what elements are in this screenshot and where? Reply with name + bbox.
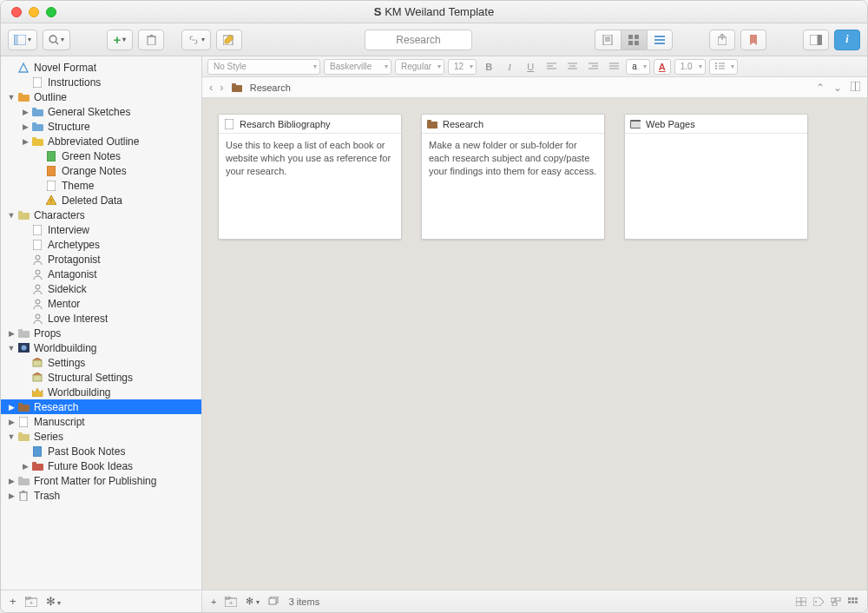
view-button[interactable]: ▾ (8, 30, 37, 50)
align-justify-button[interactable] (605, 59, 622, 75)
binder-row[interactable]: ▶Front Matter for Publishing (1, 473, 201, 488)
gear-menu-button[interactable]: ✻ ▾ (46, 595, 61, 608)
disclosure-triangle-icon[interactable]: ▼ (6, 93, 16, 102)
card-synopsis[interactable]: Make a new folder or sub-folder for each… (422, 134, 604, 239)
inspector-button[interactable] (803, 30, 829, 50)
add-button[interactable]: +▾ (107, 30, 133, 50)
italic-button[interactable]: I (501, 59, 518, 75)
align-left-button[interactable] (542, 59, 560, 75)
binder-row[interactable]: ▶Manuscript (1, 414, 201, 429)
disclosure-triangle-icon[interactable]: ▼ (6, 344, 16, 353)
link-button[interactable]: ▾ (181, 30, 211, 50)
footer-tag-button[interactable] (813, 597, 824, 606)
breadcrumb-location[interactable]: Research (250, 82, 291, 93)
disclosure-triangle-icon[interactable]: ▶ (6, 491, 16, 500)
disclosure-triangle-icon[interactable]: ▶ (20, 108, 30, 116)
split-button[interactable] (851, 82, 860, 94)
doc-icon (16, 416, 30, 428)
disclosure-triangle-icon[interactable]: ▶ (20, 462, 30, 471)
disclosure-triangle-icon[interactable]: ▼ (6, 211, 16, 220)
underline-button[interactable]: U (522, 59, 539, 75)
svg-rect-24 (18, 93, 23, 96)
info-button[interactable]: i (834, 30, 860, 50)
binder-row[interactable]: ▶Trash (1, 488, 201, 503)
binder-row[interactable]: Archetypes (1, 237, 201, 252)
binder-row[interactable]: ▶Structure (1, 119, 201, 134)
line-spacing-select[interactable]: 1.0 (674, 59, 706, 75)
size-select[interactable]: 12 (448, 59, 477, 75)
footer-grid-button[interactable] (796, 597, 806, 606)
compose-button[interactable] (216, 30, 242, 50)
disclosure-triangle-icon[interactable]: ▶ (20, 137, 30, 146)
disclosure-triangle-icon[interactable]: ▼ (6, 432, 16, 441)
align-right-button[interactable] (584, 59, 602, 75)
index-card[interactable]: Web Pages (624, 114, 808, 240)
bold-button[interactable]: B (480, 59, 497, 75)
footer-add-folder-button[interactable]: + (225, 597, 237, 607)
card-synopsis[interactable]: Use this to keep a list of each book or … (219, 134, 401, 239)
binder-row[interactable]: ▶Future Book Ideas (1, 458, 201, 473)
index-card[interactable]: Resarch BibliographyUse this to keep a l… (218, 114, 402, 240)
binder-row[interactable]: Novel Format (1, 60, 201, 75)
list-select[interactable] (709, 59, 738, 75)
footer-stack-button[interactable] (268, 597, 280, 606)
binder-row[interactable]: Orange Notes (1, 163, 201, 178)
title-search-field[interactable]: Research (365, 30, 471, 50)
binder-row[interactable]: Structural Settings (1, 370, 201, 385)
add-folder-button[interactable]: + (25, 597, 37, 607)
binder-row[interactable]: Green Notes (1, 148, 201, 163)
disclosure-triangle-icon[interactable]: ▶ (6, 418, 16, 426)
footer-add-button[interactable]: + (211, 597, 216, 607)
text-color-select[interactable]: a (626, 59, 650, 75)
disclosure-triangle-icon[interactable]: ▶ (6, 329, 16, 338)
binder-row[interactable]: ▶Props (1, 326, 201, 340)
footer-gear-button[interactable]: ✻ ▾ (246, 596, 259, 607)
nav-forward-button[interactable]: › (220, 81, 223, 94)
card-synopsis[interactable] (625, 134, 807, 239)
align-center-button[interactable] (563, 59, 581, 75)
disclosure-triangle-icon[interactable]: ▶ (6, 477, 16, 485)
disclosure-triangle-icon[interactable]: ▶ (20, 122, 30, 131)
bookmark-button[interactable] (740, 30, 766, 50)
binder-row[interactable]: Antagonist (1, 267, 201, 281)
binder-row[interactable]: Settings (1, 355, 201, 370)
view-mode-doc[interactable] (595, 30, 621, 50)
binder-row[interactable]: ▼Series (1, 429, 201, 444)
binder-row[interactable]: Theme (1, 178, 201, 193)
binder-row[interactable]: Protagonist (1, 252, 201, 267)
binder-tree[interactable]: Novel FormatInstructions▼Outline▶General… (1, 56, 201, 590)
disclosure-triangle-icon[interactable]: ▶ (6, 403, 16, 412)
highlight-button[interactable]: A (654, 59, 671, 75)
view-mode-cork[interactable] (621, 30, 647, 50)
binder-row[interactable]: ▶General Sketches (1, 104, 201, 119)
add-item-button[interactable]: + (10, 595, 16, 608)
binder-row[interactable]: ▼Outline (1, 89, 201, 104)
binder-row[interactable]: ▶Research (1, 399, 201, 414)
nav-back-button[interactable]: ‹ (209, 81, 213, 94)
index-card[interactable]: ResearchMake a new folder or sub-folder … (421, 114, 605, 240)
footer-freeform-button[interactable] (831, 597, 841, 606)
collapse-button[interactable]: ⌃ (816, 82, 825, 94)
footer-arrange-button[interactable] (848, 597, 858, 606)
weight-select[interactable]: Regular (395, 59, 444, 75)
binder-row[interactable]: ▶Abbreviated Outline (1, 134, 201, 148)
binder-row[interactable]: Love Interest (1, 311, 201, 326)
binder-row[interactable]: Mentor (1, 296, 201, 311)
binder-row[interactable]: ▼Worldbuilding (1, 340, 201, 355)
search-button[interactable]: ▾ (43, 30, 70, 50)
binder-row[interactable]: ▼Characters (1, 208, 201, 222)
share-button[interactable] (709, 30, 735, 50)
binder-row[interactable]: Worldbuilding (1, 385, 201, 399)
font-select[interactable]: Baskerville (324, 59, 391, 75)
corkboard[interactable]: Resarch BibliographyUse this to keep a l… (202, 98, 867, 590)
binder-row-label: Outline (34, 91, 67, 103)
binder-row[interactable]: Instructions (1, 75, 201, 89)
binder-row[interactable]: Interview (1, 222, 201, 237)
style-select[interactable]: No Style (207, 59, 320, 75)
trash-button[interactable] (138, 30, 164, 50)
binder-row[interactable]: Past Book Notes (1, 444, 201, 458)
expand-button[interactable]: ⌄ (833, 82, 842, 94)
view-mode-outline[interactable] (647, 30, 673, 50)
binder-row[interactable]: Sidekick (1, 281, 201, 296)
binder-row[interactable]: !Deleted Data (1, 193, 201, 208)
